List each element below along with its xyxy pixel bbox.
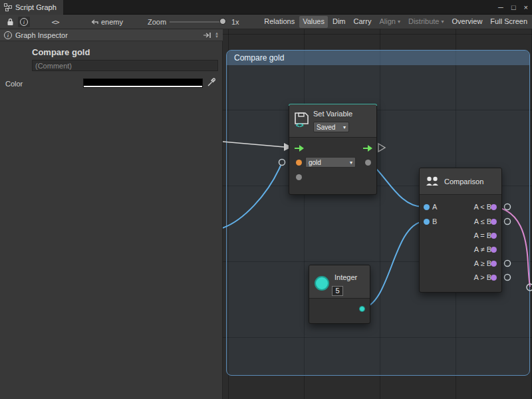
comparison-row: A ≠ B (420, 243, 503, 257)
connection-value-gold-in[interactable] (223, 166, 281, 229)
input-b-label: B (432, 217, 437, 225)
relations-button[interactable]: Relations (261, 16, 298, 28)
output-a-eq-b-port[interactable] (491, 233, 497, 239)
variable-kind-dropdown[interactable]: Saved ▾ (313, 122, 349, 132)
chevron-down-icon: ▾ (442, 19, 444, 25)
code-icon: <> (51, 18, 59, 27)
output-label: A ≥ B (474, 259, 491, 267)
svg-text:<>: <> (296, 122, 304, 128)
lock-icon (7, 18, 14, 26)
port-circle[interactable] (505, 204, 511, 210)
values-button[interactable]: Values (299, 16, 328, 28)
zoom-label: Zoom (148, 18, 166, 26)
graph-inspector-panel: i Graph Inspector ▲ ▼ Compare gold Color (0, 29, 223, 399)
comparison-title: Comparison (444, 178, 483, 186)
output-label: A ≤ B (474, 217, 491, 225)
integer-title: Integer (334, 273, 357, 281)
scroll-down-icon: ▼ (215, 35, 219, 39)
zoom-slider[interactable] (170, 21, 225, 23)
overview-button[interactable]: Overview (449, 16, 486, 28)
edit-script-button[interactable]: <> (49, 17, 61, 27)
comparison-row: A A < B (420, 201, 503, 214)
breadcrumb-root-icon[interactable] (90, 19, 98, 27)
node-set-variable[interactable]: <> Set Variable Saved ▾ gold ▾ (289, 104, 377, 195)
set-variable-title: Set Variable (313, 110, 352, 118)
info-icon: i (4, 31, 12, 39)
comparison-row: B A ≤ B (420, 215, 503, 229)
output-a-neq-b-port[interactable] (491, 247, 497, 253)
output-a-gte-b-port[interactable] (491, 261, 497, 267)
color-swatch[interactable] (83, 78, 203, 88)
output-label: A = B (473, 231, 491, 239)
graph-title: Compare gold (32, 47, 90, 57)
chevron-down-icon: ▾ (398, 19, 400, 25)
chevron-down-icon: ▾ (343, 124, 346, 130)
tab-title: Script Graph (15, 3, 57, 11)
node-integer[interactable]: Integer 5 (309, 265, 370, 324)
maximize-button[interactable]: □ (511, 3, 516, 11)
align-button[interactable]: Align ▾ (376, 16, 404, 28)
close-button[interactable]: × (524, 3, 528, 11)
port-circle[interactable] (505, 275, 511, 281)
color-alpha-bar (84, 86, 202, 87)
inspector-header: i Graph Inspector ▲ ▼ (0, 29, 223, 41)
window-controls: ─ □ × (498, 0, 528, 15)
flow-out-port[interactable] (363, 145, 372, 152)
input-b-port[interactable] (424, 219, 430, 225)
integer-header[interactable]: Integer 5 (309, 265, 370, 299)
fallback-input-port[interactable] (296, 174, 302, 180)
variable-input-port[interactable] (296, 160, 302, 166)
dim-button[interactable]: Dim (329, 16, 349, 28)
eyedropper-icon[interactable] (207, 77, 216, 87)
flow-in-port[interactable] (295, 145, 304, 152)
save-variable-icon: <> (294, 111, 310, 128)
script-graph-tab[interactable]: Script Graph (0, 0, 63, 15)
output-a-lte-b-port[interactable] (491, 219, 497, 225)
integer-value-field[interactable]: 5 (332, 286, 343, 296)
comparison-icon (425, 175, 440, 188)
output-a-lt-b-port[interactable] (491, 204, 497, 210)
lock-button[interactable] (4, 17, 16, 27)
carry-button[interactable]: Carry (350, 16, 375, 28)
node-comparison[interactable]: Comparison A A < B B A ≤ B A = B A ≠ B A… (419, 168, 502, 293)
variable-name-dropdown[interactable]: gold ▾ (305, 157, 356, 168)
zoom-value: 1x (231, 18, 239, 26)
integer-icon (315, 276, 329, 291)
port-circle[interactable] (505, 261, 511, 267)
chevron-down-icon: ▾ (350, 160, 352, 166)
integer-output-port[interactable] (359, 306, 365, 312)
zoom-slider-handle[interactable] (219, 18, 226, 25)
input-a-port[interactable] (424, 204, 430, 210)
comparison-row: A = B (420, 229, 503, 243)
color-label: Color (5, 80, 23, 88)
output-label: A < B (473, 203, 491, 211)
comparison-row: A > B (420, 271, 503, 285)
panel-scroll-arrows[interactable]: ▲ ▼ (215, 32, 219, 39)
set-variable-header[interactable]: <> Set Variable Saved ▾ (289, 104, 376, 138)
inspector-toggle-button[interactable]: i (18, 17, 30, 27)
dock-panel-icon[interactable] (203, 32, 211, 39)
output-label: A > B (473, 273, 491, 281)
script-graph-icon (4, 3, 12, 11)
flow-out-target-triangle[interactable] (378, 144, 385, 152)
graph-canvas[interactable]: Compare gold <> Set Va (223, 29, 532, 399)
fullscreen-button[interactable]: Full Screen (487, 16, 531, 28)
graph-toolbar: i <> enemy Zoom 1x Relations Values Dim … (0, 15, 532, 29)
distribute-button[interactable]: Distribute ▾ (405, 16, 448, 28)
value-output-port[interactable] (365, 160, 371, 166)
breadcrumb-graph-name[interactable]: enemy (101, 18, 123, 26)
output-a-gt-b-port[interactable] (491, 275, 497, 281)
output-label: A ≠ B (474, 245, 491, 253)
info-icon: i (20, 18, 28, 26)
input-a-label: A (432, 203, 437, 211)
minimize-button[interactable]: ─ (498, 3, 503, 11)
connection-flow-in[interactable] (223, 142, 284, 147)
title-bar: Script Graph ─ □ × (0, 0, 532, 15)
wire-endpoint-circle[interactable] (279, 160, 285, 166)
comparison-row: A ≥ B (420, 257, 503, 271)
comment-input[interactable] (32, 60, 218, 71)
inspector-header-title: Graph Inspector (15, 31, 68, 39)
comparison-header[interactable]: Comparison (420, 168, 501, 195)
toolbar-button-group: Relations Values Dim Carry Align ▾ Distr… (261, 16, 531, 28)
port-circle[interactable] (505, 219, 511, 225)
